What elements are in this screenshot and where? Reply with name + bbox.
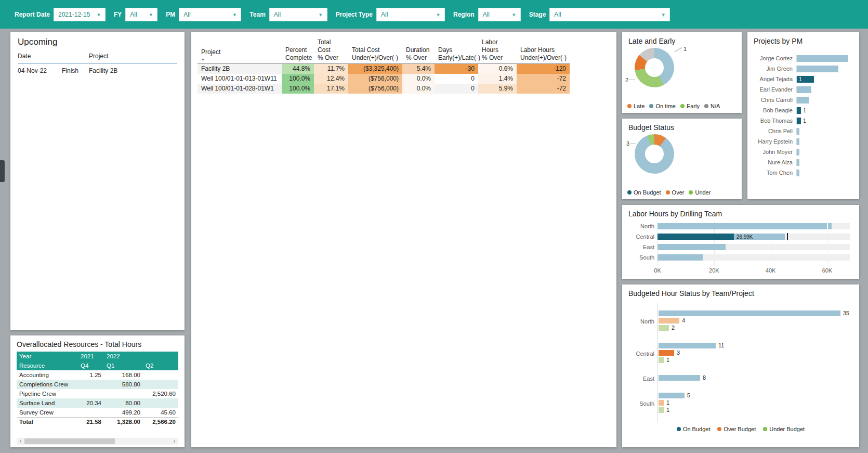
bar[interactable] bbox=[797, 159, 799, 166]
column-header[interactable]: Total CostUnder(+)/Over(-) bbox=[348, 37, 402, 64]
pm-bar-area bbox=[796, 55, 854, 62]
bar[interactable] bbox=[659, 318, 679, 323]
legend-item[interactable]: On Budget bbox=[677, 426, 711, 432]
bar[interactable] bbox=[657, 244, 726, 250]
column-header[interactable]: DaysEarly(+)/Late(-) bbox=[435, 37, 478, 64]
column-header[interactable]: Date bbox=[18, 53, 62, 60]
hours-value: 499.20 bbox=[104, 408, 143, 417]
table-row[interactable]: 04-Nov-22 Finish Facility 2B bbox=[18, 63, 177, 78]
horizontal-scrollbar[interactable]: ‹ › bbox=[17, 438, 178, 445]
legend-item[interactable]: Under bbox=[689, 189, 711, 196]
column-header[interactable]: Project▲ bbox=[198, 37, 282, 64]
pm-name-label: Harry Epstein bbox=[753, 138, 796, 145]
bar-data-label: 1 bbox=[803, 107, 806, 114]
bar[interactable] bbox=[797, 170, 799, 176]
legend-item[interactable]: Under Budget bbox=[763, 426, 805, 432]
region-dropdown[interactable]: All ▾ bbox=[478, 8, 521, 21]
labor-hours-panel: Labor Hours by Drilling Team 0K20K40K60K… bbox=[622, 205, 859, 279]
dropdown-value: All bbox=[381, 11, 388, 18]
bar[interactable] bbox=[657, 223, 832, 229]
scroll-right-icon[interactable]: › bbox=[170, 438, 178, 445]
legend-item[interactable]: Over Budget bbox=[717, 426, 756, 432]
project-row[interactable]: Well 100/01-01-028-01W1100.0%17.1%($756,… bbox=[198, 84, 570, 94]
hours-value bbox=[78, 408, 104, 417]
collapse-pane-handle[interactable] bbox=[0, 160, 5, 182]
legend-label: Over bbox=[672, 189, 685, 196]
bar[interactable] bbox=[659, 375, 700, 381]
bar[interactable] bbox=[797, 86, 811, 93]
bar[interactable] bbox=[657, 254, 703, 261]
column-header[interactable]: Duration% Over bbox=[402, 37, 435, 64]
project-row[interactable]: Facility 2B44.8%11.7%($3,325,400)5.4%-30… bbox=[198, 64, 570, 74]
dropdown-value: All bbox=[554, 11, 561, 18]
filter-report-date: Report Date 2021-12-15 ▾ bbox=[15, 8, 106, 21]
legend-item[interactable]: On Budget bbox=[627, 189, 661, 196]
metric-value: 5.4% bbox=[402, 64, 435, 74]
bar[interactable] bbox=[659, 343, 716, 348]
bar[interactable] bbox=[797, 118, 801, 124]
column-header: 2022 bbox=[104, 352, 143, 361]
project-row[interactable]: Well 100/01-01-013-01W11100.0%12.4%($756… bbox=[198, 74, 570, 84]
pm-dropdown[interactable]: All ▾ bbox=[179, 8, 241, 21]
bar[interactable] bbox=[659, 407, 664, 413]
pm-row: Nure Aiza bbox=[753, 157, 854, 167]
panel-title: Upcoming bbox=[10, 32, 185, 48]
resource-row[interactable]: Surface Land20.3480.00 bbox=[17, 398, 178, 408]
legend-item[interactable]: Over bbox=[666, 189, 685, 196]
filter-bar: Report Date 2021-12-15 ▾ FY All ▾ PM All… bbox=[0, 0, 868, 29]
upcoming-table: Date Project 04-Nov-22 Finish Facility 2… bbox=[18, 50, 177, 78]
bar[interactable] bbox=[797, 55, 848, 62]
sort-ascending-icon: ▲ bbox=[201, 57, 278, 62]
bar[interactable] bbox=[797, 128, 799, 135]
bar[interactable] bbox=[659, 393, 685, 398]
legend-item[interactable]: On time bbox=[649, 103, 676, 109]
bar[interactable] bbox=[797, 149, 799, 156]
pm-bar-area bbox=[796, 97, 854, 103]
legend-dot bbox=[649, 104, 653, 108]
team-dropdown[interactable]: All ▾ bbox=[269, 8, 327, 21]
budget-status-donut-chart[interactable] bbox=[635, 134, 674, 174]
filter-team: Team All ▾ bbox=[249, 8, 327, 21]
scrollbar-thumb[interactable] bbox=[24, 438, 115, 444]
bar[interactable] bbox=[797, 107, 801, 114]
bar-actual[interactable] bbox=[657, 234, 734, 240]
column-header[interactable]: Labor Hours% Over bbox=[478, 37, 517, 64]
bar[interactable] bbox=[659, 357, 664, 363]
legend-item[interactable]: Late bbox=[627, 103, 645, 109]
fy-dropdown[interactable]: All ▾ bbox=[125, 8, 157, 21]
callout-line bbox=[675, 47, 682, 52]
metric-value: 11.7% bbox=[314, 64, 348, 74]
bar[interactable] bbox=[659, 400, 664, 406]
filter-project-type: Project Type All ▾ bbox=[336, 8, 445, 21]
bar[interactable] bbox=[797, 66, 838, 72]
column-header[interactable]: Labor HoursUnder(+)/Over(-) bbox=[517, 37, 570, 64]
column-header[interactable]: Project bbox=[89, 53, 177, 60]
bar[interactable] bbox=[797, 138, 799, 145]
late-early-donut-chart[interactable] bbox=[635, 48, 674, 87]
bar[interactable] bbox=[659, 310, 840, 316]
bar[interactable] bbox=[659, 325, 669, 331]
pm-row: Tom Chen bbox=[753, 167, 854, 178]
project-type-dropdown[interactable]: All ▾ bbox=[376, 8, 445, 21]
legend-dot bbox=[677, 427, 681, 431]
resource-row[interactable]: Accounting1.25168.00 bbox=[17, 370, 178, 380]
report-date-dropdown[interactable]: 2021-12-15 ▾ bbox=[54, 8, 106, 21]
stage-dropdown[interactable]: All ▾ bbox=[549, 8, 670, 21]
resource-row[interactable]: Survey Crew499.2045.60 bbox=[17, 408, 178, 417]
project-name: Facility 2B bbox=[198, 64, 282, 74]
resource-row[interactable]: Completions Crew580.80 bbox=[17, 380, 178, 389]
project-name: Well 100/01-01-028-01W1 bbox=[198, 84, 282, 94]
milestone-project: Facility 2B bbox=[89, 67, 177, 74]
bar[interactable] bbox=[797, 97, 809, 103]
bar[interactable] bbox=[659, 350, 674, 356]
legend-item[interactable]: Early bbox=[680, 103, 700, 109]
scrollbar-track[interactable] bbox=[24, 438, 170, 445]
legend-item[interactable]: N/A bbox=[704, 103, 720, 109]
scroll-left-icon[interactable]: ‹ bbox=[17, 438, 24, 445]
hours-value bbox=[104, 389, 143, 398]
panel-title: Late and Early bbox=[622, 32, 742, 47]
resource-row[interactable]: Pipeline Crew2,520.60 bbox=[17, 389, 178, 398]
column-header[interactable]: Total Cost% Over bbox=[314, 37, 348, 64]
metric-value: -72 bbox=[517, 74, 570, 84]
column-header[interactable]: PercentComplete bbox=[282, 37, 314, 64]
